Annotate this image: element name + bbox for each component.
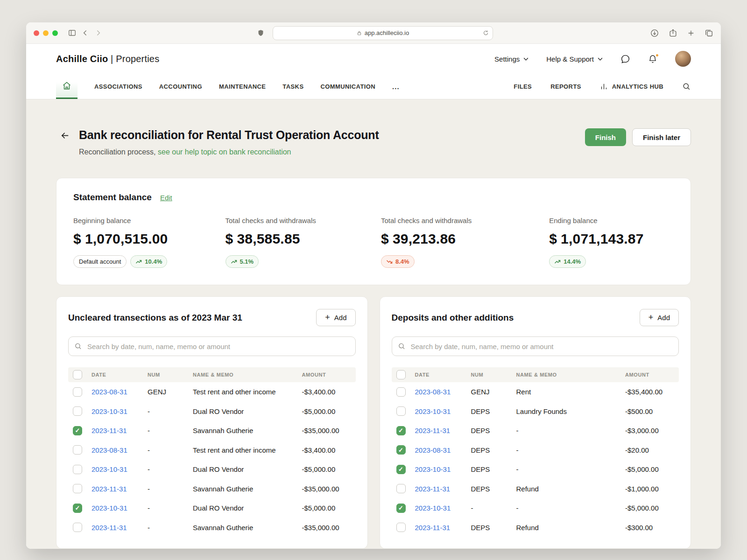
- nav-tab-accounting[interactable]: ACCOUNTING: [159, 83, 202, 90]
- table-header-row: DATE NUM NAME & MEMO AMOUNT: [392, 367, 679, 382]
- row-date-link[interactable]: 2023-11-31: [92, 427, 148, 434]
- row-amount: -$5,000.00: [625, 504, 679, 512]
- sidebar-toggle-icon[interactable]: [65, 27, 78, 40]
- nav-tab-home[interactable]: [56, 74, 78, 99]
- row-date-link[interactable]: 2023-08-31: [92, 446, 148, 454]
- row-date-link[interactable]: 2023-08-31: [92, 388, 148, 396]
- deposits-search-input[interactable]: [392, 336, 679, 356]
- trend-badge: 8.4%: [381, 255, 415, 268]
- nav-tab-files[interactable]: FILES: [514, 83, 532, 90]
- chevron-down-icon: [598, 57, 603, 61]
- nav-tab-analytics-hub[interactable]: ANALYTICS HUB: [600, 83, 663, 91]
- table-row: 2023-11-31 DEPS - -$3,000.00: [392, 421, 679, 441]
- row-checkbox[interactable]: [73, 465, 82, 474]
- nav-tab-associations[interactable]: ASSOCIATIONS: [94, 83, 142, 90]
- nav-tab-communication[interactable]: COMMUNICATION: [320, 83, 375, 90]
- row-checkbox[interactable]: [396, 426, 406, 435]
- row-name-memo: Laundry Founds: [516, 407, 626, 415]
- row-date-link[interactable]: 2023-11-31: [92, 524, 148, 532]
- search-icon[interactable]: [682, 82, 691, 91]
- row-amount: -$300.00: [625, 524, 679, 532]
- row-checkbox[interactable]: [396, 523, 406, 532]
- finish-later-button[interactable]: Finish later: [632, 128, 691, 146]
- settings-dropdown[interactable]: Settings: [494, 55, 529, 63]
- row-name-memo: Test rent and other income: [193, 446, 302, 454]
- window-minimize-button[interactable]: [43, 30, 49, 36]
- row-checkbox[interactable]: [396, 406, 406, 416]
- tab-overview-icon[interactable]: [705, 28, 713, 37]
- row-date-link[interactable]: 2023-10-31: [415, 465, 471, 473]
- row-date-link[interactable]: 2023-10-31: [415, 407, 471, 415]
- window-close-button[interactable]: [34, 30, 39, 36]
- url-bar[interactable]: app.achilleciio.io: [273, 26, 493, 40]
- column-header-num: NUM: [471, 372, 516, 378]
- finish-button[interactable]: Finish: [585, 128, 626, 146]
- uncleared-transactions-card: Uncleared transections as of 2023 Mar 31…: [56, 296, 368, 549]
- table-row: 2023-08-31 GENJ Test rent and other inco…: [68, 382, 356, 402]
- row-checkbox[interactable]: [396, 387, 406, 397]
- notifications-bell-icon[interactable]: [648, 54, 657, 64]
- nav-more-menu[interactable]: ...: [392, 83, 400, 91]
- row-date-link[interactable]: 2023-11-31: [415, 524, 471, 532]
- row-checkbox[interactable]: [73, 387, 82, 397]
- table-body: 2023-08-31 GENJ Test rent and other inco…: [68, 382, 356, 537]
- row-checkbox[interactable]: [396, 445, 406, 455]
- row-checkbox[interactable]: [73, 426, 82, 435]
- row-checkbox[interactable]: [396, 465, 406, 474]
- chevron-down-icon: [523, 57, 529, 61]
- row-date-link[interactable]: 2023-08-31: [415, 446, 471, 454]
- row-checkbox[interactable]: [73, 484, 82, 493]
- downloads-icon[interactable]: [650, 28, 659, 38]
- add-transaction-button[interactable]: + Add: [316, 309, 355, 326]
- plus-icon: +: [325, 313, 330, 322]
- row-date-link[interactable]: 2023-10-31: [92, 407, 148, 415]
- user-avatar[interactable]: [675, 51, 691, 67]
- row-checkbox[interactable]: [73, 523, 82, 532]
- row-checkbox[interactable]: [73, 445, 82, 455]
- row-num: -: [148, 407, 193, 415]
- row-date-link[interactable]: 2023-10-31: [415, 504, 471, 512]
- privacy-shield-icon[interactable]: [254, 27, 267, 40]
- refresh-icon[interactable]: [483, 30, 489, 36]
- row-checkbox[interactable]: [73, 504, 82, 513]
- row-date-link[interactable]: 2023-11-31: [415, 427, 471, 434]
- stat-value: $ 39,213.86: [381, 231, 549, 247]
- stat-value: $ 1,071,143.87: [549, 231, 674, 247]
- currency-symbol: $: [549, 231, 557, 247]
- row-date-link[interactable]: 2023-11-31: [415, 485, 471, 493]
- statement-header: Statement balance Edit: [73, 192, 674, 203]
- add-deposit-button[interactable]: + Add: [640, 309, 679, 326]
- select-all-checkbox[interactable]: [396, 370, 406, 379]
- nav-tab-maintenance[interactable]: MAINTENANCE: [219, 83, 266, 90]
- row-amount: -$3,400.00: [302, 446, 356, 454]
- row-date-link[interactable]: 2023-11-31: [92, 485, 148, 493]
- new-tab-icon[interactable]: [687, 29, 695, 37]
- table-row: 2023-10-31 - Dual RO Vendor -$5,000.00: [68, 498, 356, 518]
- search-icon: [74, 343, 82, 350]
- help-topic-link[interactable]: see our help topic on bank reconciliatio…: [158, 148, 291, 156]
- row-date-link[interactable]: 2023-08-31: [415, 388, 471, 396]
- statement-balance-card: Statement balance Edit Beginning balance…: [56, 178, 691, 285]
- back-arrow-button[interactable]: [60, 130, 70, 156]
- browser-forward-button[interactable]: [92, 27, 105, 40]
- row-checkbox[interactable]: [396, 504, 406, 513]
- help-support-dropdown[interactable]: Help & Support: [546, 55, 603, 63]
- select-all-checkbox[interactable]: [73, 370, 82, 379]
- edit-link[interactable]: Edit: [160, 194, 172, 202]
- nav-tab-reports[interactable]: REPORTS: [550, 83, 581, 90]
- row-date-link[interactable]: 2023-10-31: [92, 504, 148, 512]
- row-date-link[interactable]: 2023-10-31: [92, 465, 148, 473]
- search-field-wrapper: [392, 336, 679, 356]
- brand-logo[interactable]: Achille Ciio | Properties: [56, 54, 159, 64]
- transactions-search-input[interactable]: [68, 336, 356, 356]
- window-zoom-button[interactable]: [52, 30, 58, 36]
- row-checkbox[interactable]: [396, 484, 406, 493]
- page-header: Bank reconciliation for Rental Trust Ope…: [56, 128, 691, 156]
- browser-back-button[interactable]: [78, 27, 92, 40]
- nav-tab-tasks[interactable]: TASKS: [282, 83, 303, 90]
- table-row: 2023-10-31 - - -$5,000.00: [392, 498, 679, 518]
- share-icon[interactable]: [669, 28, 677, 37]
- lock-icon: [357, 30, 362, 36]
- row-checkbox[interactable]: [73, 406, 82, 416]
- chat-icon[interactable]: [620, 54, 630, 64]
